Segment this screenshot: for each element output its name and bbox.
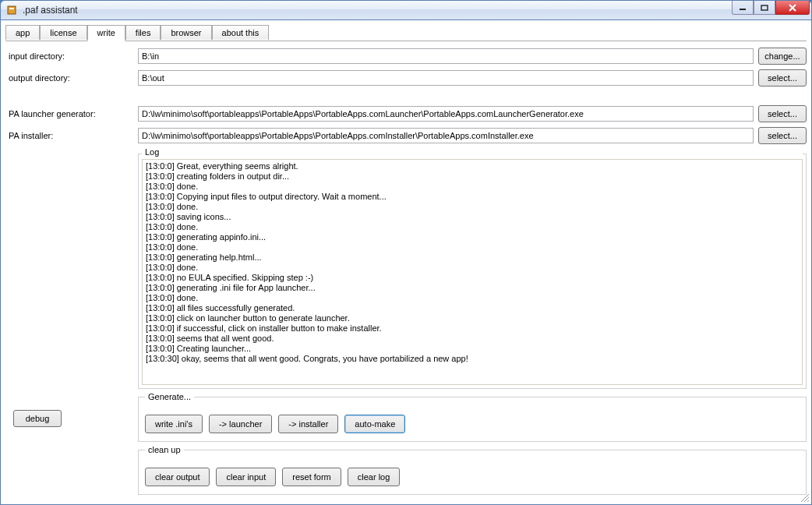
log-line: [13:0:0] generating help.html... [146,252,799,263]
clear-log-button[interactable]: clear log [348,468,401,486]
pa-installer-field[interactable] [138,128,754,143]
log-line: [13:0:0] done. [146,263,799,273]
row-launcher-generator: PA launcher generator: select... [5,105,807,122]
tab-strip: app license write files browser about th… [5,25,807,41]
output-directory-label: output directory: [5,73,138,83]
pa-installer-select-button[interactable]: select... [758,127,807,144]
maximize-button[interactable] [754,1,775,15]
reset-form-button[interactable]: reset form [282,468,341,486]
log-fieldset: Log [13:0:0] Great, everything seems alr… [138,154,807,389]
cleanup-legend: clean up [145,445,184,454]
svg-line-8 [807,500,809,502]
client-area: app license write files browser about th… [0,20,812,505]
tab-write[interactable]: write [87,25,125,41]
launcher-generator-label: PA launcher generator: [5,109,138,118]
log-line: [13:0:0] all files successfully generate… [146,303,799,313]
row-pa-installer: PA installer: select... [5,127,807,144]
log-line: [13:0:0] saving icons... [146,212,799,222]
log-line: [13:0:0] if successful, click on install… [146,323,799,334]
row-output-directory: output directory: select... [5,69,807,87]
log-textarea[interactable]: [13:0:0] Great, everything seems alright… [142,159,803,385]
log-line: [13:0:30] okay, seems that all went good… [146,354,799,364]
input-directory-label: input directory: [5,51,138,61]
app-icon [5,4,18,16]
log-line: [13:0:0] Creating launcher... [146,344,799,354]
log-line: [13:0:0] Copying input files to output d… [146,192,799,202]
output-directory-select-button[interactable]: select... [758,69,807,87]
tab-about-this[interactable]: about this [212,25,270,40]
cleanup-button-row: clear output clear input reset form clea… [145,468,800,486]
window-title: .paf assistant [23,5,78,16]
tab-browser[interactable]: browser [161,25,211,40]
clear-input-button[interactable]: clear input [216,468,276,486]
svg-rect-3 [761,5,768,10]
pa-installer-label: PA installer: [5,131,138,140]
generate-legend: Generate... [145,392,194,401]
log-line: [13:0:0] generating .ini file for App la… [146,283,799,293]
log-line: [13:0:0] no EULA specified. Skipping ste… [146,273,799,283]
output-directory-field[interactable] [138,70,754,86]
generate-button-row: write .ini's -> launcher -> installer au… [145,415,800,433]
input-directory-field[interactable] [138,48,754,64]
close-button[interactable] [775,1,810,15]
log-line: [13:0:0] Great, everything seems alright… [146,161,799,171]
log-line: [13:0:0] generating appinfo.ini... [146,232,799,242]
row-input-directory: input directory: change... [5,48,807,65]
resize-grip-icon[interactable] [799,492,810,503]
write-inis-button[interactable]: write .ini's [145,415,203,433]
minimize-button[interactable] [732,1,754,15]
debug-button[interactable]: debug [13,410,62,427]
auto-make-button[interactable]: auto-make [344,415,405,433]
svg-rect-1 [9,8,14,9]
tab-app[interactable]: app [5,25,40,40]
tab-files[interactable]: files [125,25,161,40]
log-line: [13:0:0] done. [146,222,799,232]
cleanup-fieldset: clean up clear output clear input reset … [138,450,807,495]
launcher-button[interactable]: -> launcher [209,415,272,433]
log-line: [13:0:0] done. [146,202,799,212]
tab-license[interactable]: license [40,25,86,40]
app-window: .paf assistant app license write files b… [0,0,812,505]
log-line: [13:0:0] seems that all went good. [146,334,799,344]
log-legend: Log [142,147,803,157]
launcher-generator-field[interactable] [138,106,754,122]
input-directory-change-button[interactable]: change... [758,48,807,65]
titlebar[interactable]: .paf assistant [0,0,812,20]
log-line: [13:0:0] done. [146,293,799,303]
window-controls [732,1,810,15]
launcher-generator-select-button[interactable]: select... [758,105,807,122]
log-line: [13:0:0] done. [146,242,799,252]
svg-rect-0 [8,6,16,14]
log-line: [13:0:0] creating folders in output dir.… [146,171,799,182]
clear-output-button[interactable]: clear output [145,468,210,486]
log-line: [13:0:0] click on launcher button to gen… [146,313,799,323]
spacer [5,91,807,105]
installer-button[interactable]: -> installer [278,415,338,433]
log-line: [13:0:0] done. [146,182,799,192]
generate-fieldset: Generate... write .ini's -> launcher -> … [138,397,807,442]
